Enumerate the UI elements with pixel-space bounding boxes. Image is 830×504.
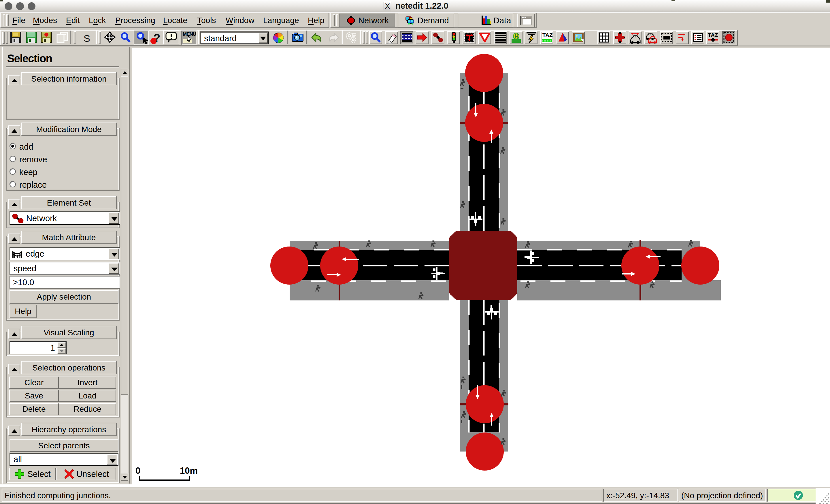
svg-text:TAZ: TAZ [542, 32, 553, 38]
svg-text:10m: 10m [180, 466, 198, 476]
svg-text:?: ? [153, 32, 160, 44]
svg-text:H: H [514, 33, 518, 39]
svg-text:standard: standard [204, 34, 236, 43]
svg-text:TAZ: TAZ [708, 32, 718, 38]
svg-text:0: 0 [135, 466, 140, 476]
svg-text:S: S [84, 33, 90, 44]
svg-text:MENU: MENU [183, 31, 196, 37]
